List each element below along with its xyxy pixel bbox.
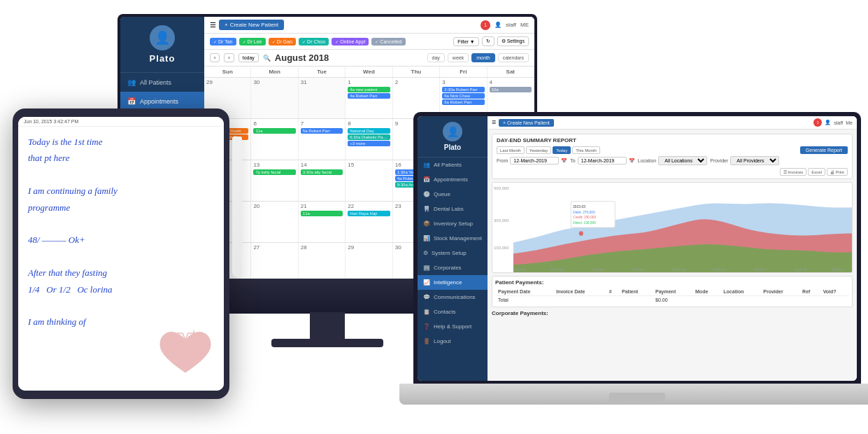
- calendar-day-cell[interactable]: 75a Robert Parr: [299, 119, 346, 160]
- laptop-notif-icon[interactable]: 1: [813, 118, 822, 127]
- sidebar-item-all-patients[interactable]: 👥 All Patients: [120, 73, 204, 92]
- search-icon[interactable]: 🔍: [263, 55, 271, 62]
- calendar-day-cell[interactable]: 22Hari Raya Haji: [346, 202, 392, 242]
- filter-button[interactable]: Filter ▼: [453, 37, 478, 46]
- calendar-day-cell[interactable]: 31: [299, 78, 346, 118]
- hamburger-icon[interactable]: ☰: [210, 21, 216, 29]
- calendar-event[interactable]: 2:30a Robert Parr: [442, 87, 484, 92]
- export-invoices-button[interactable]: ☰ Invoices: [780, 168, 807, 176]
- sidebar-item-appointments[interactable]: 📅 Appointments: [120, 92, 204, 111]
- calendar-day-cell[interactable]: 14a new patient4a Robert Parr: [346, 78, 392, 118]
- calendar-event[interactable]: National Day: [348, 128, 390, 134]
- view-buttons: day week month calendars: [427, 53, 529, 62]
- col-location: Location: [720, 288, 760, 296]
- ls-nav-all-patients[interactable]: 👥 All Patients: [418, 158, 488, 172]
- calendar-event[interactable]: 3:30a ally facial: [301, 169, 343, 175]
- calendar-day-cell[interactable]: 15: [346, 160, 392, 201]
- settings-button[interactable]: ⚙ Settings: [497, 36, 529, 46]
- ls-nav-corporates[interactable]: 🏢 Corporates: [418, 260, 488, 275]
- ls-dental-icon: 🦷: [423, 206, 430, 212]
- calendar-event[interactable]: 4a new patient: [348, 87, 390, 92]
- today-button[interactable]: Today: [553, 146, 571, 154]
- calendar-event[interactable]: 11a: [253, 128, 295, 134]
- appointments-icon: 📅: [127, 97, 136, 105]
- calendar-day-cell[interactable]: 8National Day6:30a Diabetic Patient+3 mo…: [346, 119, 392, 160]
- svg-text:2018-11: 2018-11: [832, 267, 844, 272]
- calendar-event[interactable]: 11a: [301, 211, 343, 216]
- provider-field-group: Provider All Providers: [710, 156, 779, 165]
- from-calendar-icon[interactable]: 📅: [561, 158, 567, 164]
- from-label: From: [497, 158, 508, 163]
- next-button[interactable]: ›: [224, 53, 234, 62]
- filter-dr-choo[interactable]: ✓ Dr Choo: [299, 38, 329, 46]
- nav-left: ‹ › today 🔍 August 2018: [210, 52, 329, 63]
- filter-dr-lee[interactable]: ✓ Dr Lee: [239, 38, 266, 46]
- day-number: 22: [348, 203, 390, 209]
- laptop-new-patient-button[interactable]: + Create New Patient: [499, 119, 554, 127]
- print-button[interactable]: 🖨 Print: [827, 168, 848, 176]
- report-title: DAY-END SUMMARY REPORT: [497, 137, 848, 144]
- svg-point-0: [579, 231, 583, 235]
- calendar-day-cell[interactable]: 2111a: [299, 202, 346, 242]
- prev-button[interactable]: ‹: [210, 53, 220, 62]
- today-button[interactable]: today: [239, 53, 259, 62]
- calendar-day-cell[interactable]: 28: [299, 243, 346, 284]
- last-month-button[interactable]: Last Month: [497, 146, 525, 154]
- ls-nav-appointments[interactable]: 📅 Appointments: [418, 172, 488, 187]
- monitor-avatar: 👤: [150, 25, 175, 50]
- header-wed: Wed: [346, 66, 392, 77]
- calendar-day-cell[interactable]: 27: [251, 243, 298, 284]
- filter-online-appt[interactable]: ✓ Online Appt: [332, 38, 369, 46]
- calendar-event[interactable]: 6a Nick Chew: [442, 93, 484, 99]
- calendar-event[interactable]: 4a Robert Parr: [348, 93, 390, 99]
- ls-nav-queue[interactable]: 🕐 Queue: [418, 187, 488, 202]
- ls-nav-dental-labs[interactable]: 🦷 Dental Labs: [418, 202, 488, 216]
- ls-nav-help[interactable]: ❓ Help & Support: [418, 319, 488, 334]
- filter-cancelled[interactable]: ✓ Cancelled: [371, 38, 405, 46]
- calendar-day-cell[interactable]: 143:30a ally facial: [299, 160, 346, 201]
- calendar-event[interactable]: 6a Robert Parr: [442, 99, 484, 105]
- to-field-group: To 📅: [570, 157, 634, 164]
- create-new-patient-button[interactable]: + Create New Patient: [219, 20, 284, 30]
- view-week-button[interactable]: week: [448, 53, 469, 62]
- this-month-button[interactable]: This Month: [572, 146, 600, 154]
- calendar-day-cell[interactable]: 611a: [251, 119, 298, 160]
- view-calendars-button[interactable]: calendars: [498, 53, 529, 62]
- calendar-day-cell[interactable]: 137p kelly facial: [251, 160, 298, 201]
- day-number: 4: [490, 79, 532, 85]
- calendar-event[interactable]: Hari Raya Haji: [348, 211, 390, 216]
- calendar-day-cell[interactable]: 30: [251, 78, 298, 118]
- to-calendar-icon[interactable]: 📅: [629, 158, 635, 164]
- day-number: 30: [253, 79, 295, 85]
- filter-dr-tan[interactable]: ✓ Dr Tan: [210, 38, 236, 46]
- ls-nav-logout[interactable]: 🚪 Logout: [418, 334, 488, 349]
- notification-icon[interactable]: 1: [481, 20, 490, 30]
- to-date-input[interactable]: [578, 157, 627, 164]
- export-excel-button[interactable]: Excel: [808, 168, 825, 176]
- view-month-button[interactable]: month: [471, 53, 495, 62]
- calendar-event[interactable]: 7p kelly facial: [253, 169, 295, 175]
- calendar-event[interactable]: 6:30a Diabetic Patient: [348, 134, 390, 140]
- ls-nav-contacts[interactable]: 📋 Contacts: [418, 304, 488, 319]
- location-select[interactable]: All Locations: [658, 156, 707, 165]
- yesterday-button[interactable]: Yesterday: [526, 146, 551, 154]
- calendar-day-cell[interactable]: 29: [346, 243, 392, 284]
- ls-nav-intelligence[interactable]: 📈 Intelligence: [418, 275, 488, 290]
- ls-nav-system[interactable]: ⚙ System Setup: [418, 246, 488, 260]
- ls-nav-stock[interactable]: 📊 Stock Management: [418, 231, 488, 246]
- day-number: 27: [253, 244, 295, 251]
- calendar-event[interactable]: 5a Robert Parr: [301, 128, 343, 134]
- calendar-day-cell[interactable]: 20: [251, 202, 298, 242]
- refresh-button[interactable]: ↻: [482, 36, 495, 46]
- calendar-grid-header: Sun Mon Tue Wed Thu Fri Sat: [204, 66, 534, 78]
- ls-nav-inventory[interactable]: 📦 Inventory Setup: [418, 216, 488, 231]
- laptop-hamburger-icon[interactable]: ☰: [492, 120, 496, 125]
- provider-select[interactable]: All Providers: [730, 156, 779, 165]
- ls-nav-communications[interactable]: 💬 Communications: [418, 290, 488, 304]
- calendar-event[interactable]: 10a: [490, 87, 532, 92]
- view-day-button[interactable]: day: [427, 53, 445, 62]
- generate-report-button[interactable]: Generate Report: [800, 146, 848, 154]
- calendar-event[interactable]: +3 more: [348, 141, 390, 146]
- from-date-input[interactable]: [510, 157, 559, 164]
- filter-dr-gan[interactable]: ✓ Dr Gan: [269, 38, 297, 46]
